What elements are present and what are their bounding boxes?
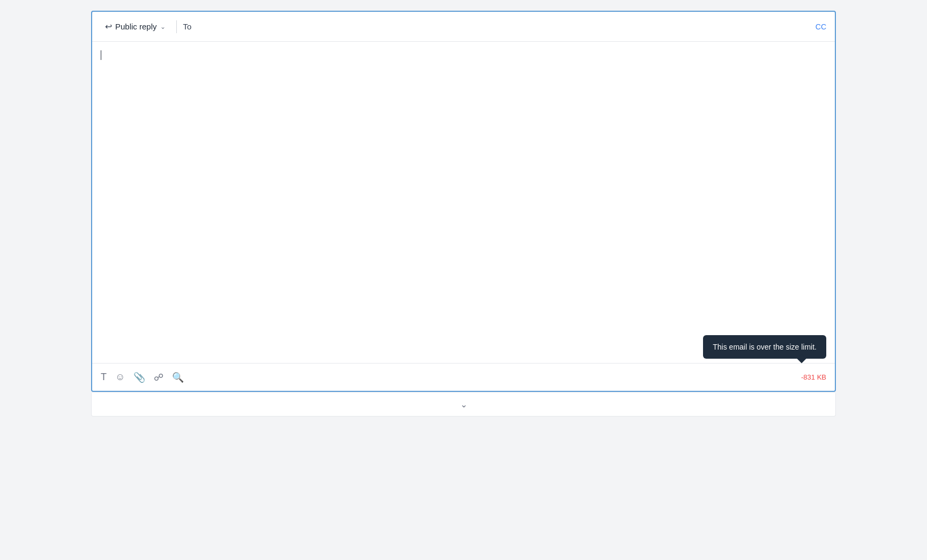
size-limit-tooltip: This email is over the size limit. — [703, 335, 826, 359]
bottom-bar: ⌄ — [91, 393, 836, 417]
size-indicator: -831 KB — [801, 373, 826, 381]
attachment-icon[interactable]: 📎 — [133, 372, 145, 383]
text-cursor — [101, 50, 101, 60]
toolbar-icons: T ☺ 📎 ☍ 🔍 — [101, 372, 184, 383]
search-icon[interactable]: 🔍 — [172, 372, 184, 383]
reply-label: Public reply — [115, 22, 157, 31]
composer-body[interactable] — [92, 42, 835, 363]
cc-button[interactable]: CC — [816, 22, 826, 31]
link-icon[interactable]: ☍ — [154, 372, 163, 383]
composer-container: ↩ Public reply ⌄ To CC T ☺ 📎 ☍ 🔍 -831 KB — [91, 11, 836, 392]
to-label: To — [183, 22, 192, 31]
tooltip-message: This email is over the size limit. — [713, 343, 817, 351]
composer-footer: T ☺ 📎 ☍ 🔍 -831 KB This email is over the… — [92, 363, 835, 391]
composer-header: ↩ Public reply ⌄ To CC — [92, 12, 835, 42]
header-divider — [176, 20, 177, 33]
reply-icon: ↩ — [105, 21, 112, 32]
emoji-icon[interactable]: ☺ — [115, 372, 125, 383]
expand-chevron-icon[interactable]: ⌄ — [460, 399, 467, 410]
chevron-icon: ⌄ — [160, 23, 166, 31]
page-wrapper: ↩ Public reply ⌄ To CC T ☺ 📎 ☍ 🔍 -831 KB — [0, 0, 927, 560]
reply-type-button[interactable]: ↩ Public reply ⌄ — [101, 19, 170, 34]
text-format-icon[interactable]: T — [101, 372, 107, 383]
